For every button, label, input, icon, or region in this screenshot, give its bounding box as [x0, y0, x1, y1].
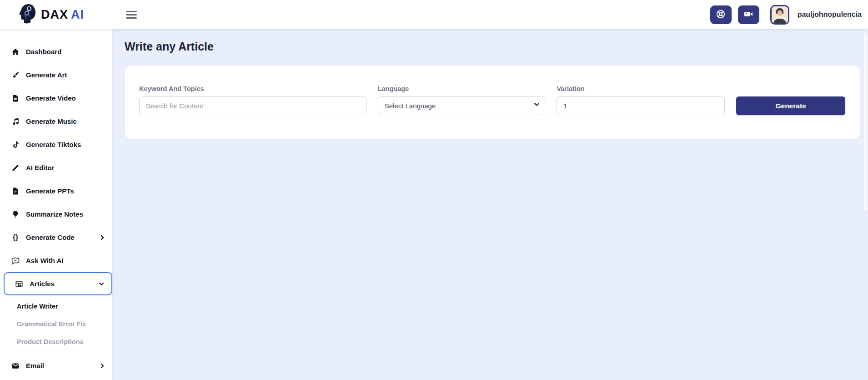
language-label: Language — [378, 85, 546, 92]
sidebar-item-articles[interactable]: Articles — [4, 272, 112, 295]
paintbrush-icon — [11, 71, 20, 79]
username-label: pauljohnopulencia — [798, 10, 862, 19]
submenu-item-article-writer[interactable]: Article Writer — [0, 297, 112, 315]
pen-icon — [11, 164, 20, 172]
file-ppt-icon: P — [11, 187, 20, 195]
generate-button[interactable]: Generate — [736, 96, 845, 115]
top-header: DAXAI — [0, 0, 868, 29]
table-list-icon — [15, 280, 23, 288]
keyword-input[interactable] — [139, 96, 366, 115]
keyword-label: Keyword And Topics — [139, 85, 366, 92]
article-form-card: Keyword And Topics Language Select Langu… — [125, 66, 860, 139]
svg-text:P: P — [15, 190, 17, 193]
sidebar-item-generate-music[interactable]: Generate Music — [0, 110, 112, 133]
sidebar-nav: Dashboard Generate Art Generate Video Ge… — [0, 29, 112, 380]
brand-logo[interactable]: DAXAI — [0, 3, 112, 26]
code-braces-icon: {} — [11, 233, 20, 242]
chevron-right-icon — [100, 235, 105, 240]
scrollbar-thumb[interactable] — [864, 33, 867, 210]
main-content: Write any Article Keyword And Topics Lan… — [112, 29, 868, 380]
sidebar-item-generate-ppts[interactable]: P Generate PPTs — [0, 179, 112, 203]
tiktok-icon — [11, 141, 20, 149]
life-ring-icon — [715, 9, 726, 21]
home-icon — [11, 48, 20, 56]
brand-name: DAXAI — [41, 8, 84, 22]
page-title: Write any Article — [125, 40, 868, 53]
support-button[interactable] — [710, 5, 732, 24]
chevron-right-icon — [100, 363, 105, 369]
lightbulb-icon — [11, 210, 20, 218]
language-select[interactable]: Select Language — [378, 96, 546, 115]
sidebar-item-generate-art[interactable]: Generate Art — [0, 63, 112, 86]
hamburger-menu-icon[interactable] — [126, 9, 137, 20]
music-note-icon — [11, 117, 20, 126]
envelope-icon — [11, 362, 20, 370]
chat-bubble-icon — [11, 257, 20, 265]
sidebar-item-ai-editor[interactable]: AI Editor — [0, 156, 112, 179]
user-avatar[interactable] — [770, 5, 789, 25]
video-camera-icon — [743, 9, 754, 21]
articles-submenu: Article Writer Grammatical Error Fix Pro… — [0, 297, 112, 350]
sidebar-item-dashboard[interactable]: Dashboard — [0, 40, 112, 63]
file-video-icon — [11, 94, 20, 102]
sidebar-item-ask-with-ai[interactable]: Ask With AI — [0, 249, 112, 272]
sidebar-item-generate-code[interactable]: {} Generate Code — [0, 226, 112, 249]
variation-input[interactable] — [557, 96, 725, 115]
video-tutorial-button[interactable] — [738, 5, 759, 24]
circuit-head-icon — [18, 3, 37, 26]
chevron-down-icon — [99, 281, 104, 287]
sidebar-item-generate-tiktoks[interactable]: Generate Tiktoks — [0, 133, 112, 156]
sidebar-item-email[interactable]: Email — [0, 354, 112, 377]
sidebar-item-summarize-notes[interactable]: Summarize Notes — [0, 203, 112, 226]
variation-label: Variation — [557, 85, 725, 92]
submenu-item-product-descriptions[interactable]: Product Descriptions — [0, 333, 112, 350]
sidebar-item-generate-video[interactable]: Generate Video — [0, 86, 112, 110]
submenu-item-grammatical-error-fix[interactable]: Grammatical Error Fix — [0, 315, 112, 333]
